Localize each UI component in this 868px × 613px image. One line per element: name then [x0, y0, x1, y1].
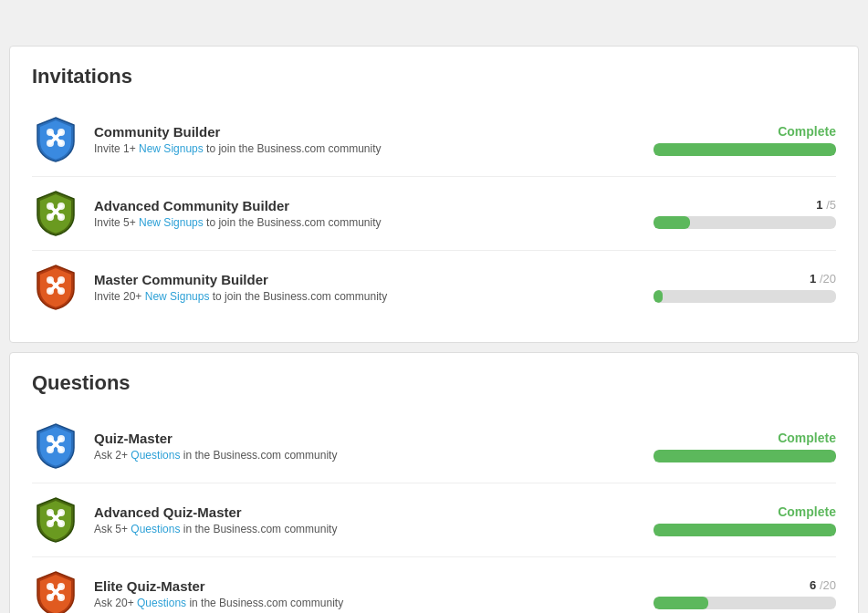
progress-bar-fill-elite-quiz-master — [654, 597, 708, 609]
badge-link-elite-quiz-master[interactable]: Questions — [137, 597, 186, 609]
badge-icon-quiz-master — [32, 422, 79, 470]
badge-info-quiz-master: Quiz-MasterAsk 2+ Questions in the Busin… — [94, 431, 654, 462]
section-invitations: Invitations Community BuilderInvite 1+ N… — [9, 46, 859, 343]
svg-point-25 — [58, 435, 65, 442]
svg-point-7 — [58, 129, 65, 136]
badge-row-community-builder: Community BuilderInvite 1+ New Signups t… — [32, 103, 836, 177]
badge-description-quiz-master: Ask 2+ Questions in the Business.com com… — [94, 449, 654, 462]
svg-point-13 — [58, 203, 65, 210]
progress-current-master-community-builder: 1 — [810, 272, 816, 286]
badge-icon-master-community-builder — [32, 264, 79, 311]
badge-info-master-community-builder: Master Community BuilderInvite 20+ New S… — [94, 272, 654, 303]
badge-name-elite-quiz-master: Elite Quiz-Master — [94, 578, 654, 594]
badge-icon-community-builder — [32, 116, 79, 163]
badge-description-advanced-community-builder: Invite 5+ New Signups to join the Busine… — [94, 216, 654, 229]
svg-point-12 — [58, 213, 65, 221]
progress-bar-fill-advanced-quiz-master — [654, 524, 836, 536]
badge-progress-master-community-builder: 1 /20 — [654, 272, 836, 303]
progress-current-elite-quiz-master: 6 — [810, 578, 816, 592]
progress-bar-bg-advanced-community-builder — [654, 216, 836, 229]
progress-bar-bg-advanced-quiz-master — [654, 524, 836, 536]
svg-point-8 — [47, 140, 54, 147]
complete-text-community-builder: Complete — [778, 124, 836, 139]
progress-bar-fill-community-builder — [654, 143, 836, 156]
svg-point-11 — [47, 203, 54, 210]
badge-progress-community-builder: Complete — [654, 124, 836, 156]
badge-link-quiz-master[interactable]: Questions — [131, 449, 180, 462]
svg-point-37 — [58, 583, 65, 590]
badge-row-elite-quiz-master: Elite Quiz-MasterAsk 20+ Questions in th… — [32, 557, 836, 613]
progress-label-community-builder: Complete — [654, 124, 836, 139]
badge-name-advanced-community-builder: Advanced Community Builder — [94, 198, 654, 213]
svg-point-14 — [47, 213, 54, 221]
badge-name-advanced-quiz-master: Advanced Quiz-Master — [94, 504, 654, 520]
badge-progress-quiz-master: Complete — [654, 431, 836, 462]
progress-bar-bg-elite-quiz-master — [654, 597, 836, 609]
progress-bar-bg-master-community-builder — [654, 290, 836, 303]
progress-current-advanced-community-builder: 1 — [816, 198, 822, 212]
badge-row-quiz-master: Quiz-MasterAsk 2+ Questions in the Busin… — [32, 410, 836, 483]
badge-icon-advanced-community-builder — [32, 190, 79, 237]
sections-container: Invitations Community BuilderInvite 1+ N… — [0, 46, 868, 613]
progress-label-advanced-quiz-master: Complete — [654, 504, 836, 519]
section-questions: Questions Quiz-MasterAsk 2+ Questions in… — [9, 352, 859, 613]
badge-description-advanced-quiz-master: Ask 5+ Questions in the Business.com com… — [94, 523, 654, 535]
badge-info-elite-quiz-master: Elite Quiz-MasterAsk 20+ Questions in th… — [94, 578, 654, 609]
badge-link-master-community-builder[interactable]: New Signups — [145, 290, 210, 303]
svg-point-29 — [47, 509, 54, 516]
svg-point-38 — [47, 594, 54, 601]
progress-total-elite-quiz-master: /20 — [820, 578, 836, 592]
svg-point-19 — [58, 276, 65, 284]
progress-label-elite-quiz-master: 6 /20 — [654, 578, 836, 592]
badge-description-community-builder: Invite 1+ New Signups to join the Busine… — [94, 142, 654, 155]
svg-point-17 — [47, 276, 54, 284]
badge-info-community-builder: Community BuilderInvite 1+ New Signups t… — [94, 124, 654, 155]
progress-bar-bg-quiz-master — [654, 450, 836, 462]
svg-point-36 — [58, 594, 65, 601]
svg-point-24 — [58, 446, 65, 453]
badge-name-master-community-builder: Master Community Builder — [94, 272, 654, 287]
badge-progress-elite-quiz-master: 6 /20 — [654, 578, 836, 609]
svg-point-26 — [47, 446, 54, 453]
svg-point-5 — [47, 129, 54, 136]
progress-total-master-community-builder: /20 — [820, 272, 836, 286]
svg-point-6 — [58, 140, 65, 147]
progress-total-advanced-community-builder: /5 — [826, 198, 836, 212]
badge-info-advanced-quiz-master: Advanced Quiz-MasterAsk 5+ Questions in … — [94, 504, 654, 535]
badge-link-advanced-quiz-master[interactable]: Questions — [131, 523, 180, 535]
badge-link-advanced-community-builder[interactable]: New Signups — [139, 216, 204, 229]
svg-point-18 — [58, 287, 65, 295]
badge-description-elite-quiz-master: Ask 20+ Questions in the Business.com co… — [94, 597, 654, 609]
badge-name-quiz-master: Quiz-Master — [94, 431, 654, 446]
complete-text-quiz-master: Complete — [778, 431, 836, 445]
badge-name-community-builder: Community Builder — [94, 124, 654, 140]
badge-progress-advanced-community-builder: 1 /5 — [654, 198, 836, 229]
svg-point-23 — [47, 435, 54, 442]
badge-row-master-community-builder: Master Community BuilderInvite 20+ New S… — [32, 251, 836, 324]
progress-bar-fill-master-community-builder — [654, 290, 663, 303]
badge-row-advanced-community-builder: Advanced Community BuilderInvite 5+ New … — [32, 177, 836, 251]
section-title-questions: Questions — [32, 371, 836, 395]
svg-point-32 — [47, 520, 54, 527]
badge-info-advanced-community-builder: Advanced Community BuilderInvite 5+ New … — [94, 198, 654, 229]
progress-label-master-community-builder: 1 /20 — [654, 272, 836, 286]
page-header — [0, 0, 868, 36]
svg-point-31 — [58, 509, 65, 516]
progress-label-advanced-community-builder: 1 /5 — [654, 198, 836, 212]
badge-row-advanced-quiz-master: Advanced Quiz-MasterAsk 5+ Questions in … — [32, 483, 836, 557]
progress-label-quiz-master: Complete — [654, 431, 836, 445]
svg-point-35 — [47, 583, 54, 590]
svg-point-20 — [47, 287, 54, 295]
badge-link-community-builder[interactable]: New Signups — [139, 142, 204, 155]
badge-icon-advanced-quiz-master — [32, 496, 79, 544]
badge-description-master-community-builder: Invite 20+ New Signups to join the Busin… — [94, 290, 654, 303]
progress-bar-fill-quiz-master — [654, 450, 836, 462]
progress-bar-fill-advanced-community-builder — [654, 216, 690, 229]
badge-progress-advanced-quiz-master: Complete — [654, 504, 836, 536]
svg-point-30 — [58, 520, 65, 527]
progress-bar-bg-community-builder — [654, 143, 836, 156]
section-title-invitations: Invitations — [32, 65, 836, 88]
complete-text-advanced-quiz-master: Complete — [778, 504, 836, 519]
badge-icon-elite-quiz-master — [32, 570, 79, 613]
